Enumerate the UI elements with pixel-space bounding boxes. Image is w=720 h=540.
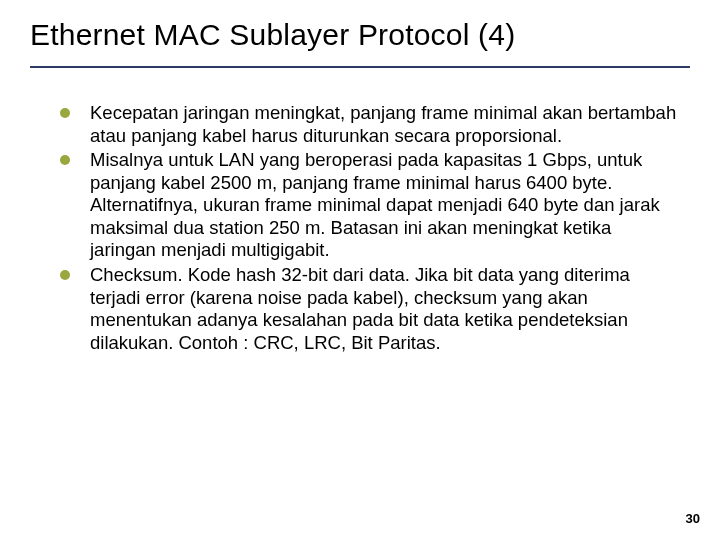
page-number: 30 <box>686 511 700 526</box>
list-item-text: Checksum. Kode hash 32-bit dari data. Ji… <box>90 264 630 353</box>
list-item: Misalnya untuk LAN yang beroperasi pada … <box>60 149 680 262</box>
slide-title: Ethernet MAC Sublayer Protocol (4) <box>30 18 690 62</box>
bullet-list: Kecepatan jaringan meningkat, panjang fr… <box>30 102 690 354</box>
bullet-icon <box>60 270 70 280</box>
list-item-text: Misalnya untuk LAN yang beroperasi pada … <box>90 149 660 260</box>
bullet-icon <box>60 155 70 165</box>
title-underline <box>30 66 690 68</box>
list-item: Checksum. Kode hash 32-bit dari data. Ji… <box>60 264 680 354</box>
list-item-text: Kecepatan jaringan meningkat, panjang fr… <box>90 102 676 146</box>
slide: Ethernet MAC Sublayer Protocol (4) Kecep… <box>0 0 720 540</box>
bullet-icon <box>60 108 70 118</box>
list-item: Kecepatan jaringan meningkat, panjang fr… <box>60 102 680 147</box>
